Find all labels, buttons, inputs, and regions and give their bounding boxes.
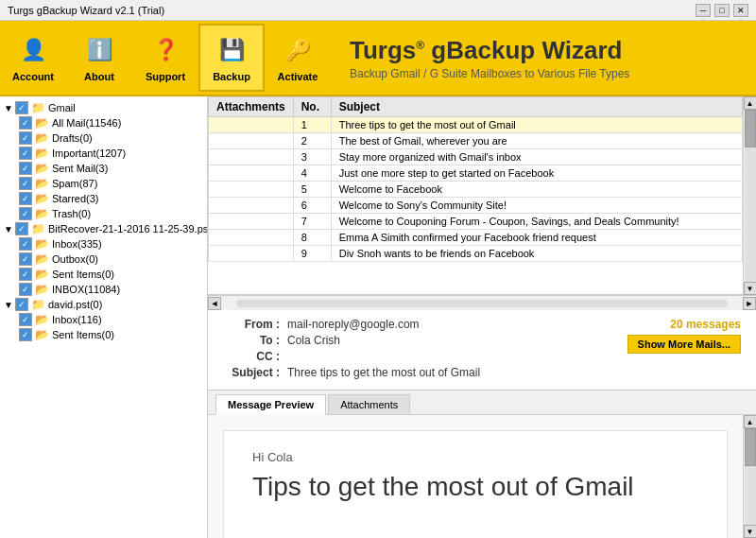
support-icon: ❓ [148, 33, 182, 67]
scroll-thumb[interactable] [745, 110, 756, 148]
attachment-cell [209, 230, 294, 246]
activate-button[interactable]: 🔑 Activate [265, 24, 331, 92]
check-important[interactable]: ✓ [19, 147, 32, 160]
sidebar[interactable]: ▼ ✓ 📁 Gmail ✓ 📂 All Mail(11546) ✓ 📂 Draf… [0, 96, 208, 538]
close-button[interactable]: ✕ [733, 4, 748, 17]
minimize-button[interactable]: ─ [696, 4, 711, 17]
sidebar-label-david: david.pst(0) [48, 299, 102, 310]
check-gmail[interactable]: ✓ [15, 101, 28, 114]
scroll-up-button[interactable]: ▲ [744, 96, 757, 110]
sidebar-item-gmail[interactable]: ▼ ✓ 📁 Gmail [0, 100, 207, 115]
check-outbox[interactable]: ✓ [19, 252, 32, 266]
check-sentitems0[interactable]: ✓ [19, 328, 32, 341]
attachment-cell [209, 149, 294, 165]
preview-scrollbar[interactable]: ▲ ▼ [743, 415, 756, 538]
check-trash[interactable]: ✓ [19, 207, 32, 220]
folder-icon-important: 📂 [35, 147, 49, 160]
sidebar-label-starred: Starred(3) [52, 193, 99, 204]
message-preview[interactable]: Hi Cola Tips to get the most out of Gmai… [208, 415, 743, 538]
scroll-down-button[interactable]: ▼ [744, 282, 757, 295]
table-row[interactable]: 8 Emma A Simith confirmed your Facebook … [209, 230, 743, 246]
col-subject: Subject [331, 97, 742, 117]
title-bar: Turgs gBackup Wizard v2.1 (Trial) ─ □ ✕ [0, 0, 756, 21]
subject-cell: Welcome to Facebook [331, 182, 742, 198]
check-starred[interactable]: ✓ [19, 192, 32, 205]
preview-heading: Tips to get the most out of Gmail [252, 472, 698, 502]
sidebar-label-inbox116: Inbox(116) [52, 314, 102, 325]
tab-attachments[interactable]: Attachments [328, 394, 410, 414]
sidebar-item-inbox335[interactable]: ✓ 📂 Inbox(335) [0, 236, 207, 252]
account-button[interactable]: 👤 Account [0, 24, 66, 92]
hscroll-right-button[interactable]: ► [743, 297, 756, 310]
sidebar-label-trash: Trash(0) [52, 208, 91, 219]
sidebar-item-important[interactable]: ✓ 📂 Important(1207) [0, 146, 207, 161]
support-button[interactable]: ❓ Support [132, 24, 198, 92]
sidebar-item-bitrecover[interactable]: ▼ ✓ 📁 BitRecover-21-1-2016 11-25-39.pst( [0, 221, 207, 236]
activate-icon: 🔑 [281, 33, 315, 67]
sidebar-item-sentitems0[interactable]: ✓ 📂 Sent Items(0) [0, 327, 207, 342]
table-row[interactable]: 9 Div Snoh wants to be friends on Facebo… [209, 246, 743, 262]
preview-scroll-thumb[interactable] [745, 428, 756, 466]
check-inbox11084[interactable]: ✓ [19, 283, 32, 296]
horizontal-scrollbar[interactable]: ◄ ► [208, 295, 756, 310]
sidebar-label-sentmail: Sent Mail(3) [52, 163, 108, 174]
sidebar-item-david[interactable]: ▼ ✓ 📁 david.pst(0) [0, 297, 207, 312]
about-label: About [84, 71, 114, 82]
about-button[interactable]: ℹ️ About [66, 24, 132, 92]
check-inbox116[interactable]: ✓ [19, 313, 32, 326]
sidebar-item-sentmail[interactable]: ✓ 📂 Sent Mail(3) [0, 161, 207, 176]
table-row[interactable]: 7 Welcome to Couponing Forum - Coupon, S… [209, 214, 743, 230]
email-list[interactable]: Attachments No. Subject 1 Three tips to … [208, 96, 743, 295]
window-controls: ─ □ ✕ [696, 4, 748, 17]
sidebar-item-starred[interactable]: ✓ 📂 Starred(3) [0, 191, 207, 206]
backup-icon: 💾 [215, 33, 249, 67]
preview-inner: Hi Cola Tips to get the most out of Gmai… [223, 430, 728, 538]
sidebar-item-inbox11084[interactable]: ✓ 📂 INBOX(11084) [0, 282, 207, 297]
check-sent0[interactable]: ✓ [19, 268, 32, 281]
sidebar-item-outbox[interactable]: ✓ 📂 Outbox(0) [0, 252, 207, 267]
tab-message-preview[interactable]: Message Preview [215, 394, 326, 415]
sidebar-label-sentitems0: Sent Items(0) [52, 329, 114, 340]
subject-row: Subject : Three tips to get the most out… [223, 366, 627, 379]
table-row[interactable]: 6 Welcome to Sony's Community Site! [209, 198, 743, 214]
check-david[interactable]: ✓ [15, 298, 28, 311]
attachment-cell [209, 246, 294, 262]
backup-button[interactable]: 💾 Backup [198, 24, 265, 92]
subject-cell: Welcome to Sony's Community Site! [331, 198, 742, 214]
sidebar-item-trash[interactable]: ✓ 📂 Trash(0) [0, 206, 207, 221]
check-inbox335[interactable]: ✓ [19, 237, 32, 251]
msg-count: 20 messages [670, 318, 741, 331]
sidebar-item-drafts[interactable]: ✓ 📂 Drafts(0) [0, 130, 207, 146]
brand-subtitle: Backup Gmail / G Suite Mailboxes to Vari… [350, 67, 629, 80]
check-drafts[interactable]: ✓ [19, 131, 32, 145]
hscroll-track [236, 300, 728, 307]
attachment-cell [209, 133, 294, 149]
content-area: Attachments No. Subject 1 Three tips to … [208, 96, 756, 538]
sidebar-item-allmail[interactable]: ✓ 📂 All Mail(11546) [0, 115, 207, 130]
sidebar-item-inbox116[interactable]: ✓ 📂 Inbox(116) [0, 312, 207, 327]
check-sentmail[interactable]: ✓ [19, 162, 32, 175]
brand-title: Turgs® gBackup Wizard [350, 36, 629, 65]
table-row[interactable]: 1 Three tips to get the most out of Gmai… [209, 117, 743, 133]
table-row[interactable]: 5 Welcome to Facebook [209, 182, 743, 198]
check-allmail[interactable]: ✓ [19, 116, 32, 130]
sidebar-item-spam[interactable]: ✓ 📂 Spam(87) [0, 176, 207, 191]
sidebar-item-sent0[interactable]: ✓ 📂 Sent Items(0) [0, 267, 207, 282]
preview-scroll-track [745, 428, 756, 525]
table-row[interactable]: 2 The best of Gmail, wherever you are [209, 133, 743, 149]
check-spam[interactable]: ✓ [19, 177, 32, 190]
folder-icon-inbox11084: 📂 [35, 283, 49, 296]
lower-area: From : mail-noreply@google.com To : Cola… [208, 310, 756, 538]
hscroll-left-button[interactable]: ◄ [208, 297, 221, 310]
preview-scroll-down-button[interactable]: ▼ [744, 525, 757, 538]
preview-scroll-up-button[interactable]: ▲ [744, 415, 757, 428]
show-more-button[interactable]: Show More Mails... [627, 335, 741, 354]
email-list-scrollbar[interactable]: ▲ ▼ [743, 96, 756, 295]
check-bitrecover[interactable]: ✓ [15, 222, 28, 235]
to-row: To : Cola Crish [223, 334, 627, 347]
from-label: From : [223, 318, 280, 331]
table-row[interactable]: 4 Just one more step to get started on F… [209, 165, 743, 182]
maximize-button[interactable]: □ [714, 4, 730, 17]
sidebar-label-bitrecover: BitRecover-21-1-2016 11-25-39.pst( [48, 223, 208, 234]
table-row[interactable]: 3 Stay more organized with Gmail's inbox [209, 149, 743, 165]
